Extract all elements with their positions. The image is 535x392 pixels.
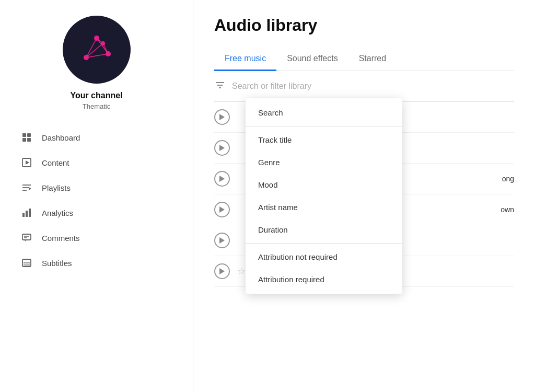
svg-rect-10 [22,133,26,137]
tab-sound-effects[interactable]: Sound effects [276,48,348,71]
svg-marker-35 [219,176,225,182]
sidebar-item-analytics-label: Analytics [42,209,73,217]
sidebar-item-dashboard[interactable]: Dashboard [0,125,193,150]
play-button[interactable] [214,140,230,156]
dropdown-item-genre[interactable]: Genre [246,151,402,174]
sidebar-item-comments[interactable]: Comments [0,225,193,250]
svg-marker-19 [29,187,31,190]
main-content: Audio library Free music Sound effects S… [193,0,535,392]
dropdown-item-artist-name[interactable]: Artist name [246,196,402,218]
svg-line-4 [86,38,97,57]
dropdown-item-attribution-not-required[interactable]: Attribution not required [246,246,402,268]
analytics-icon [21,207,32,218]
filter-dropdown: Search Track title Genre Mood Artist nam… [246,98,402,294]
content-icon [21,157,32,168]
dropdown-item-duration[interactable]: Duration [246,218,402,241]
nav-list: Dashboard Content Playlists [0,125,193,275]
svg-rect-12 [22,138,26,142]
track-partial-title: own [501,205,514,214]
play-button[interactable] [214,233,230,248]
tab-bar: Free music Sound effects Starred [214,48,514,71]
play-button[interactable] [214,263,230,279]
svg-marker-34 [219,145,225,151]
search-placeholder: Search or filter library [232,82,311,91]
dropdown-divider-2 [246,243,402,244]
svg-marker-15 [26,160,29,165]
channel-logo-icon [76,29,118,71]
svg-line-5 [97,38,108,54]
dropdown-item-attribution-required[interactable]: Attribution required [246,268,402,291]
sidebar-item-dashboard-label: Dashboard [42,133,80,142]
svg-marker-38 [219,268,225,274]
play-button[interactable] [214,202,230,217]
dropdown-divider [246,126,402,126]
subtitles-icon [21,257,32,269]
channel-subtitle: Thematic [83,102,110,110]
sidebar: Your channel Thematic Dashboard Con [0,0,193,392]
channel-name: Your channel [70,91,122,100]
comments-icon [21,232,32,244]
svg-line-9 [103,43,108,54]
svg-rect-21 [26,211,28,217]
svg-marker-33 [219,114,225,120]
dashboard-icon [21,132,32,143]
sidebar-item-subtitles[interactable]: Subtitles [0,250,193,275]
track-partial-title: ong [502,175,514,183]
sidebar-item-playlists[interactable]: Playlists [0,175,193,200]
svg-rect-13 [27,138,31,142]
play-button[interactable] [214,109,230,125]
playlists-icon [21,182,32,193]
tab-free-music[interactable]: Free music [214,48,276,71]
svg-rect-11 [27,133,31,137]
sidebar-item-analytics[interactable]: Analytics [0,200,193,225]
sidebar-item-content[interactable]: Content [0,150,193,175]
filter-icon [214,79,226,93]
svg-marker-36 [219,206,225,213]
tab-starred[interactable]: Starred [348,48,397,71]
dropdown-item-mood[interactable]: Mood [246,174,402,196]
star-icon[interactable]: ☆ [237,266,246,277]
dropdown-item-track-title[interactable]: Track title [246,129,402,151]
dropdown-item-search[interactable]: Search [246,101,402,124]
sidebar-item-comments-label: Comments [42,234,80,243]
sidebar-item-subtitles-label: Subtitles [42,259,72,268]
play-button[interactable] [214,171,230,187]
sidebar-item-content-label: Content [42,158,69,167]
svg-rect-20 [22,213,25,217]
channel-avatar [63,16,131,84]
svg-rect-23 [22,234,31,240]
search-bar[interactable]: Search or filter library [214,71,514,102]
svg-rect-22 [29,209,31,217]
page-title: Audio library [214,16,514,35]
sidebar-item-playlists-label: Playlists [42,183,71,192]
svg-marker-37 [219,237,225,244]
